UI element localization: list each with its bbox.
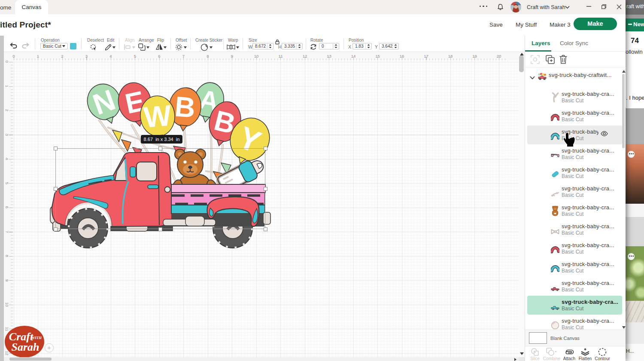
svg-text:WITH: WITH	[31, 336, 42, 340]
svg-text:W: W	[143, 98, 173, 133]
svg-text:N: N	[88, 83, 119, 121]
svg-text:Sarah: Sarah	[11, 341, 39, 353]
svg-text:B: B	[173, 90, 197, 124]
